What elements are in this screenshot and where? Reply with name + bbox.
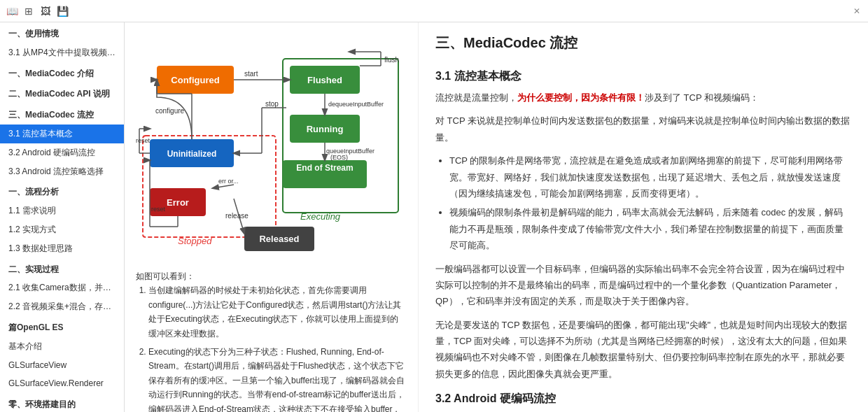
- sidebar-item-s6[interactable]: 3.2 Android 硬编码流控: [0, 143, 124, 162]
- svg-text:dequeueInputBuffer: dequeueInputBuffer: [328, 101, 384, 108]
- svg-text:Executing: Executing: [300, 211, 341, 222]
- svg-text:Released: Released: [259, 234, 299, 244]
- sidebar: 一、使用情境 3.1 从MP4文件中提取视频并生成新的... 一、MediaCo…: [0, 22, 125, 412]
- sidebar-item-s0[interactable]: 一、使用情境: [0, 22, 124, 43]
- sidebar-item-s10[interactable]: 1.2 实现方式: [0, 220, 124, 239]
- section1-intro: 流控就是流量控制，为什么要控制，因为条件有限！涉及到了 TCP 和视频编码：: [435, 90, 851, 106]
- diagram-panel: Stopped Executing Configured Flushed Run…: [125, 22, 419, 412]
- bullet-1: TCP 的限制条件是网络带宽，流控就是在避免造成或者加剧网络拥塞的前提下，尽可能…: [449, 152, 851, 201]
- sidebar-item-s2[interactable]: 一、MediaCodec 介绍: [0, 62, 124, 83]
- image-icon[interactable]: 🖼: [39, 5, 52, 17]
- svg-line-46: [213, 185, 234, 188]
- svg-text:End of Stream: End of Stream: [296, 163, 353, 173]
- svg-text:stop: stop: [265, 100, 279, 108]
- sidebar-item-s1[interactable]: 3.1 从MP4文件中提取视频并生成新的...: [0, 43, 124, 62]
- sidebar-item-s13[interactable]: 2.1 收集Camera数据，并转码为H264...: [0, 278, 124, 297]
- save-icon[interactable]: 💾: [56, 5, 69, 17]
- sidebar-item-s9[interactable]: 1.1 需求说明: [0, 201, 124, 220]
- svg-text:release: release: [225, 212, 248, 220]
- close-button[interactable]: ✕: [851, 6, 862, 17]
- desc-intro: 如图可以看到：: [136, 269, 407, 283]
- svg-text:reset: reset: [151, 206, 166, 213]
- sidebar-item-s18[interactable]: GLSurfaceView.Renderer: [0, 374, 124, 393]
- main-title: 三、MediaCodec 流控: [435, 34, 851, 58]
- section1-bullets: TCP 的限制条件是网络带宽，流控就是在避免造成或者加剧网络拥塞的前提下，尽可能…: [435, 152, 851, 253]
- sidebar-item-s8[interactable]: 一、流程分析: [0, 180, 124, 201]
- svg-text:Running: Running: [307, 124, 344, 134]
- svg-text:Flushed: Flushed: [307, 75, 342, 85]
- sidebar-item-s19[interactable]: 零、环境搭建目的: [0, 393, 124, 412]
- book-icon[interactable]: 📖: [6, 5, 18, 17]
- section1-para2: 一般编码器都可以设置一个目标码率，但编码器的实际输出码率不会完全符合设置，因为在…: [435, 261, 851, 310]
- section2-title: 3.2 Android 硬编码流控: [435, 392, 851, 406]
- content-area: Stopped Executing Configured Flushed Run…: [125, 22, 868, 412]
- sidebar-item-s14[interactable]: 2.2 音视频采集+混合，存储到文件: [0, 297, 124, 316]
- svg-text:(EOS): (EOS): [330, 154, 348, 161]
- sidebar-item-s3[interactable]: 二、MediaCodec API 说明: [0, 83, 124, 104]
- svg-text:flush: flush: [384, 56, 399, 64]
- sidebar-item-s16[interactable]: 基本介绍: [0, 337, 124, 356]
- desc-list: 当创建编解码器的时候处于未初始化状态，首先你需要调用configure(...)…: [136, 283, 407, 412]
- app-window: 📖 ⊞ 🖼 💾 ✕ 一、使用情境 3.1 从MP4文件中提取视频并生成新的...…: [0, 0, 868, 412]
- sidebar-item-s11[interactable]: 1.3 数据处理思路: [0, 239, 124, 258]
- svg-text:Configured: Configured: [171, 75, 219, 85]
- main-layout: 一、使用情境 3.1 从MP4文件中提取视频并生成新的... 一、MediaCo…: [0, 22, 868, 412]
- svg-text:configure: configure: [155, 107, 185, 115]
- bullet-2: 视频编码的限制条件最初是解码端的能力，码率太高就会无法解码，后来随着 codec…: [449, 204, 851, 253]
- sidebar-item-s17[interactable]: GLSurfaceView: [0, 356, 124, 375]
- svg-text:Uninitialized: Uninitialized: [167, 149, 217, 159]
- svg-text:Stopped: Stopped: [178, 236, 212, 246]
- sidebar-item-s4[interactable]: 三、MediaCodec 流控: [0, 104, 124, 125]
- svg-text:reset: reset: [136, 137, 150, 144]
- svg-text:start: start: [244, 70, 258, 78]
- desc-item-1: 当创建编解码器的时候处于未初始化状态，首先你需要调用configure(...)…: [148, 283, 407, 341]
- tcp-intro: 对 TCP 来说就是控制单位时间内发送数据包的数据量，对编码来说就是控制单位时间…: [435, 113, 851, 145]
- sidebar-item-s5[interactable]: 3.1 流控基本概念: [0, 125, 124, 143]
- desc-item-2: Executing的状态下分为三种子状态：Flushed, Running, E…: [148, 345, 407, 412]
- sidebar-item-s7[interactable]: 3.3 Android 流控策略选择: [0, 162, 124, 181]
- section1-title: 3.1 流控基本概念: [435, 69, 851, 84]
- svg-text:Error: Error: [167, 197, 189, 208]
- description-text: 如图可以看到： 当创建编解码器的时候处于未初始化状态，首先你需要调用config…: [136, 269, 407, 412]
- sidebar-item-s12[interactable]: 二、实现过程: [0, 258, 124, 279]
- section1-para3: 无论是要发送的 TCP 数据包，还是要编码的图像，都可能出现"尖峰"，也就是短时…: [435, 317, 851, 383]
- table-icon[interactable]: ⊞: [22, 5, 35, 17]
- text-panel: 三、MediaCodec 流控 3.1 流控基本概念 流控就是流量控制，为什么要…: [419, 22, 868, 412]
- sidebar-item-s15[interactable]: 篇OpenGL ES: [0, 316, 124, 337]
- svg-text:err or...: err or...: [218, 178, 239, 185]
- state-diagram: Stopped Executing Configured Flushed Run…: [136, 31, 402, 262]
- toolbar: 📖 ⊞ 🖼 💾 ✕: [0, 0, 868, 22]
